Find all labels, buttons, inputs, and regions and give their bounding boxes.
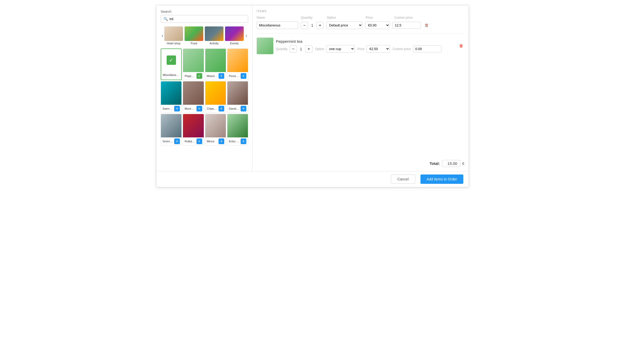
misc-check-icon: ✓ [167, 55, 176, 65]
add-btn-swimming[interactable]: + [174, 106, 180, 111]
misc-qty-increase[interactable]: + [316, 22, 324, 29]
category-label-activity: Activity [210, 42, 219, 45]
item-name-entry: Entry ticket swimming po... [229, 140, 240, 143]
misc-qty-decrease[interactable]: − [301, 22, 308, 29]
misc-custom-price-input[interactable] [392, 22, 421, 29]
item-img-chips [205, 81, 226, 105]
add-btn-mince[interactable]: + [219, 138, 224, 144]
right-panel: ITEMS Name Quantity Option Price Custom … [253, 5, 468, 171]
item-name-montecristo: Montecristo No. 2 Pyrami... [185, 107, 195, 110]
peppermint-controls: Quantity − 1 + Option one cup Pr [276, 45, 456, 53]
total-label: Total: [430, 161, 440, 166]
peppermint-details: Peppermint tea Quantity − 1 + Option one… [276, 39, 456, 53]
peppermint-custom-sub: Custom price [392, 45, 441, 52]
category-label-events: Events [230, 42, 239, 45]
add-btn-pizza[interactable]: + [241, 73, 246, 79]
misc-price-select[interactable]: €0.00 [365, 22, 390, 29]
item-name-bar-mixed-salad: Mixed Salad + [205, 72, 226, 80]
item-name-chips: Chips mixture [207, 107, 218, 110]
item-name-smirnoff: Smirnoff Vodka [162, 140, 173, 143]
category-img-food [185, 26, 203, 41]
peppermint-price-select[interactable]: €2.50 [366, 45, 390, 53]
item-card-entry[interactable]: Entry ticket swimming po... + [227, 114, 248, 145]
header-custom-price: Custom price [394, 16, 423, 19]
peppermint-custom-price-input[interactable] [413, 45, 441, 52]
item-card-smirnoff[interactable]: Smirnoff Vodka + [161, 114, 182, 145]
item-img-rotkappchen [183, 114, 203, 137]
peppermint-order-row: Peppermint tea Quantity − 1 + Option one… [257, 38, 464, 54]
item-img-montecristo [183, 81, 203, 105]
search-input[interactable] [169, 17, 245, 21]
item-name-bar-rotkappchen: Rotkäppchen semidry + [183, 137, 203, 145]
header-price: Price [366, 16, 392, 19]
sidebar-item-hotel-shop[interactable]: Hotel shop [164, 26, 183, 45]
item-card-miscellaneous[interactable]: ✓ Miscellaneous [161, 48, 182, 80]
peppermint-qty-value: 1 [298, 47, 304, 51]
category-label-hotel: Hotel shop [167, 42, 181, 45]
add-btn-chips[interactable]: + [219, 106, 224, 111]
column-headers: Name Quantity Option Price Custom price [257, 16, 464, 19]
total-value: 15.00 [442, 160, 460, 167]
cancel-button[interactable]: Cancel [391, 174, 415, 184]
item-card-rotkappchen[interactable]: Rotkäppchen semidry + [183, 114, 204, 145]
item-name-bar-peppermint: Peppermint tea ✓ [183, 72, 203, 80]
search-icon: 🔍 [164, 17, 168, 21]
item-card-peppermint[interactable]: Peppermint tea ✓ [183, 48, 204, 80]
add-btn-entry[interactable]: + [241, 138, 246, 144]
item-name-rotkappchen: Rotkäppchen semidry [185, 140, 195, 143]
item-name-mince: Mince [207, 140, 218, 143]
item-name-swimming: Swimming lessons [162, 107, 173, 110]
peppermint-custom-label: Custom price [392, 47, 411, 51]
item-name-bar-pizza: Pizza Amici + [227, 72, 248, 80]
add-btn-montecristo[interactable]: + [196, 106, 202, 111]
misc-delete-button[interactable]: 🗑 [424, 22, 430, 29]
item-card-swimming[interactable]: Swimming lessons + [161, 81, 182, 113]
category-img-hotel [164, 26, 183, 41]
add-btn-smirnoff[interactable]: + [174, 138, 180, 144]
category-img-events [225, 26, 244, 41]
sidebar-item-food[interactable]: Food [185, 26, 203, 45]
item-img-entry [227, 114, 248, 137]
modal-footer: Cancel Add items to Order [157, 171, 468, 187]
item-name-davidoff: Davidoff, Dominican... [229, 107, 240, 110]
peppermint-qty-increase[interactable]: + [305, 45, 312, 53]
header-option: Option [327, 16, 363, 19]
add-btn-mixed-salad[interactable]: + [219, 73, 224, 79]
item-img-peppermint [183, 49, 203, 72]
item-card-montecristo[interactable]: Montecristo No. 2 Pyrami... + [183, 81, 204, 113]
left-panel: Search 🔍 ‹ Hotel shop Food [157, 5, 253, 171]
item-img-davidoff [227, 81, 248, 105]
misc-option-select[interactable]: Default price [326, 22, 363, 29]
item-card-pizza[interactable]: Pizza Amici + [227, 48, 248, 80]
item-name-peppermint: Peppermint tea [185, 74, 195, 78]
item-card-mixed-salad[interactable]: Mixed Salad + [205, 48, 226, 80]
selected-badge-peppermint: ✓ [196, 73, 202, 79]
add-btn-rotkappchen[interactable]: + [196, 138, 202, 144]
peppermint-option-sub: Option one cup [315, 45, 355, 53]
misc-qty-value: 1 [309, 23, 315, 27]
peppermint-qty-sub: Quantity − 1 + [276, 45, 312, 53]
miscellaneous-img: ✓ [161, 49, 181, 72]
peppermint-qty-decrease[interactable]: − [290, 45, 297, 53]
item-card-chips[interactable]: Chips mixture + [205, 81, 226, 113]
sidebar-item-activity[interactable]: Activity [205, 26, 223, 45]
item-name-bar-miscellaneous: Miscellaneous [161, 72, 181, 78]
peppermint-delete-button[interactable]: 🗑 [458, 43, 464, 49]
add-btn-davidoff[interactable]: + [241, 106, 246, 111]
peppermint-qty-label: Quantity [276, 47, 288, 51]
item-img-swimming [161, 81, 181, 105]
item-card-mince[interactable]: Mince + [205, 114, 226, 145]
right-panel-spacer [257, 54, 464, 156]
sidebar-item-events[interactable]: Events [225, 26, 244, 45]
prev-arrow[interactable]: ‹ [161, 33, 164, 38]
next-arrow[interactable]: › [244, 33, 248, 38]
item-card-davidoff[interactable]: Davidoff, Dominican... + [227, 81, 248, 113]
misc-name-input[interactable] [257, 22, 298, 29]
item-name-pizza: Pizza Amici [229, 74, 240, 78]
add-order-button[interactable]: Add items to Order [420, 174, 464, 184]
item-name-bar-chips: Chips mixture + [205, 105, 226, 113]
misc-qty-control: − 1 + [301, 22, 324, 29]
peppermint-option-select[interactable]: one cup [326, 45, 355, 53]
total-currency: € [462, 161, 464, 166]
peppermint-price-label: Price [357, 47, 364, 51]
